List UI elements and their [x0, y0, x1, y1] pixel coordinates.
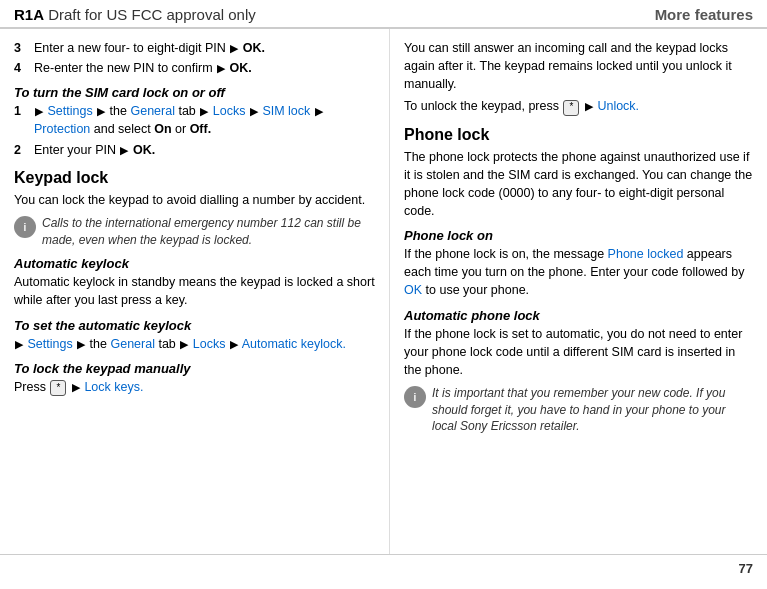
page-footer: 77 [0, 554, 767, 582]
phone-lock-on-body: If the phone lock is on, the message Pho… [404, 245, 753, 299]
lock-manual-heading: To lock the keypad manually [14, 361, 375, 376]
auto-keylock-body: Automatic keylock in standby means the k… [14, 273, 375, 309]
sim-step-1: 1 ▶ Settings ▶ the General tab ▶ Locks ▶… [14, 102, 375, 138]
sim-step-2-text: Enter your PIN ▶ OK. [34, 141, 155, 159]
page-header: R1A Draft for US FCC approval only More … [0, 0, 767, 29]
step-4-num: 4 [14, 59, 30, 77]
auto-phone-lock-body: If the phone lock is set to automatic, y… [404, 325, 753, 379]
keypad-note-box: i Calls to the international emergency n… [14, 215, 375, 249]
brand-label: R1A [14, 6, 44, 23]
sim-step-1-num: 1 [14, 102, 30, 138]
auto-keylock-heading: Automatic keylock [14, 256, 375, 271]
sim-lock-heading: To turn the SIM card lock on or off [14, 85, 375, 100]
lock-manual-text: Press * ▶ Lock keys. [14, 378, 375, 396]
svg-text:i: i [24, 222, 27, 233]
phone-locked-label: Phone locked [608, 247, 684, 261]
step-4: 4 Re-enter the new PIN to confirm ▶ OK. [14, 59, 375, 77]
asterisk-key-unlock: * [563, 100, 579, 116]
asterisk-key: * [50, 380, 66, 396]
sim-step-1-text: ▶ Settings ▶ the General tab ▶ Locks ▶ S… [34, 102, 375, 138]
left-column: 3 Enter a new four- to eight-digit PIN ▶… [0, 29, 390, 554]
header-title: R1A Draft for US FCC approval only [14, 6, 256, 23]
step-3-num: 3 [14, 39, 30, 57]
sim-steps: 1 ▶ Settings ▶ the General tab ▶ Locks ▶… [14, 102, 375, 158]
keypad-lock-body: You can lock the keypad to avoid diallin… [14, 191, 375, 209]
important-note-box: i It is important that you remember your… [404, 385, 753, 435]
right-column: You can still answer an incoming call an… [390, 29, 767, 554]
header-subtitle: Draft for US FCC approval only [48, 6, 256, 23]
auto-phone-lock-heading: Automatic phone lock [404, 308, 753, 323]
keypad-note-text: Calls to the international emergency num… [42, 215, 375, 249]
important-note-text: It is important that you remember your n… [432, 385, 753, 435]
ok-label: OK [404, 283, 422, 297]
sim-step-2: 2 Enter your PIN ▶ OK. [14, 141, 375, 159]
step-3-text: Enter a new four- to eight-digit PIN ▶ O… [34, 39, 265, 57]
phone-lock-body: The phone lock protects the phone agains… [404, 148, 753, 221]
main-content: 3 Enter a new four- to eight-digit PIN ▶… [0, 29, 767, 554]
unlock-text: To unlock the keypad, press * ▶ Unlock. [404, 97, 753, 115]
pin-steps: 3 Enter a new four- to eight-digit PIN ▶… [14, 39, 375, 77]
set-auto-keylock-heading: To set the automatic keylock [14, 318, 375, 333]
set-auto-keylock-text: ▶ Settings ▶ the General tab ▶ Locks ▶ A… [14, 335, 375, 353]
page-number: 77 [739, 561, 753, 576]
chapter-label: More features [655, 6, 753, 23]
svg-text:i: i [414, 392, 417, 403]
step-4-text: Re-enter the new PIN to confirm ▶ OK. [34, 59, 252, 77]
info-icon: i [17, 219, 33, 235]
note-icon: i [14, 216, 36, 238]
sim-step-2-num: 2 [14, 141, 30, 159]
important-note-icon: i [404, 386, 426, 408]
info-icon-right: i [407, 389, 423, 405]
phone-lock-on-heading: Phone lock on [404, 228, 753, 243]
step-3: 3 Enter a new four- to eight-digit PIN ▶… [14, 39, 375, 57]
keypad-lock-heading: Keypad lock [14, 169, 375, 187]
phone-lock-heading: Phone lock [404, 126, 753, 144]
intro-text: You can still answer an incoming call an… [404, 39, 753, 93]
